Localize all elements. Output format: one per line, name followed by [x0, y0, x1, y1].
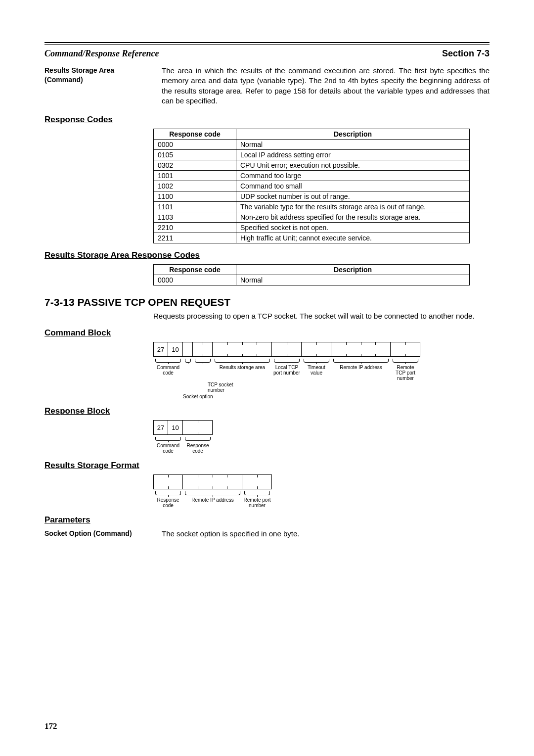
- page-header: Command/Response Reference Section 7-3: [44, 48, 490, 59]
- table-row: 1002Command too small: [154, 181, 470, 191]
- table-header-row: Response code Description: [154, 129, 470, 140]
- byte-cell: [213, 342, 272, 357]
- label-response-code: Response code: [183, 443, 213, 454]
- table-row: 0302CPU Unit error; execution not possib…: [154, 160, 470, 171]
- byte-cell: 27: [153, 342, 168, 357]
- label-socket-option: Socket option: [153, 394, 198, 399]
- desc-cell: High traffic at Unit; cannot execute ser…: [236, 233, 470, 243]
- top-rule-thin: [44, 44, 490, 45]
- desc-cell: UDP socket number is out of range.: [236, 191, 470, 202]
- response-block-heading: Response Block: [44, 406, 490, 416]
- code-cell: 2211: [154, 233, 236, 243]
- rsa-codes-table: Response code Description 0000Normal: [153, 264, 470, 285]
- socket-option-block: Socket Option (Command) The socket optio…: [44, 529, 490, 539]
- label-tcp-socket-number: TCP socket number: [183, 382, 247, 393]
- table-row: 2210Specified socket is not open.: [154, 223, 470, 233]
- byte-cell: [391, 342, 420, 357]
- code-cell: 2210: [154, 223, 236, 233]
- byte-cell: [183, 420, 213, 435]
- th-code: Response code: [154, 265, 236, 275]
- command-block-heading: Command Block: [44, 328, 490, 338]
- table-row: 1100UDP socket number is out of range.: [154, 191, 470, 202]
- byte-cell: [302, 342, 331, 357]
- table-row: 1103Non-zero bit address specified for t…: [154, 212, 470, 223]
- table-row: 0105Local IP address setting error: [154, 150, 470, 160]
- code-cell: 1103: [154, 212, 236, 223]
- table-row: 0000Normal: [154, 275, 470, 285]
- code-cell: 0000: [154, 140, 236, 150]
- desc-cell: Specified socket is not open.: [236, 223, 470, 233]
- results-storage-format-diagram: Response code Remote IP address Remote p…: [153, 474, 490, 508]
- label-remote-port: Remote port number: [242, 497, 272, 508]
- table-row: 2211High traffic at Unit; cannot execute…: [154, 233, 470, 243]
- response-codes-heading: Response Codes: [44, 115, 490, 125]
- code-cell: 1001: [154, 171, 236, 181]
- rsa-codes-heading: Results Storage Area Response Codes: [44, 250, 490, 260]
- desc-cell: The variable type for the results storag…: [236, 202, 470, 212]
- header-right: Section 7-3: [442, 48, 490, 59]
- label-local-tcp-port: Local TCP port number: [272, 365, 302, 381]
- label-response-code: Response code: [153, 497, 183, 508]
- table-row: 0000Normal: [154, 140, 470, 150]
- socket-option-text: The socket option is specified in one by…: [162, 529, 490, 539]
- desc-cell: Non-zero bit address specified for the r…: [236, 212, 470, 223]
- table-header-row: Response code Description: [154, 265, 470, 275]
- rsa-label: Results Storage Area (Command): [44, 66, 146, 106]
- desc-cell: CPU Unit error; execution not possible.: [236, 160, 470, 171]
- code-cell: 0000: [154, 275, 236, 285]
- header-left: Command/Response Reference: [44, 48, 159, 59]
- label-remote-tcp-port: Remote TCP port number: [391, 365, 420, 381]
- command-block-diagram: 27 10 Command code Results storage area: [153, 342, 490, 399]
- page-number: 172: [44, 721, 57, 731]
- page: Command/Response Reference Section 7-3 R…: [0, 0, 534, 756]
- rsa-text: The area in which the results of the com…: [162, 66, 490, 106]
- byte-cell: 10: [168, 342, 183, 357]
- label-remote-ip: Remote IP address: [331, 365, 391, 381]
- top-rule-thick: [44, 42, 490, 43]
- code-cell: 1101: [154, 202, 236, 212]
- table-row: 1101The variable type for the results st…: [154, 202, 470, 212]
- label-command-code: Command code: [153, 365, 183, 381]
- label-command-code: Command code: [153, 443, 183, 454]
- byte-cell: [331, 342, 391, 357]
- byte-cell: [183, 474, 242, 489]
- byte-cell: [193, 342, 213, 357]
- code-cell: 0302: [154, 160, 236, 171]
- response-block-diagram: 27 10 Command code Response code: [153, 420, 490, 454]
- socket-option-label: Socket Option (Command): [44, 529, 146, 539]
- byte-cell: 27: [153, 420, 168, 435]
- byte-cell: [272, 342, 302, 357]
- table-row: 1001Command too large: [154, 171, 470, 181]
- th-desc: Description: [236, 265, 470, 275]
- command-intro: Requests processing to open a TCP socket…: [153, 311, 490, 321]
- desc-cell: Normal: [236, 140, 470, 150]
- results-storage-format-heading: Results Storage Format: [44, 461, 490, 471]
- results-storage-area-block: Results Storage Area (Command) The area …: [44, 66, 490, 106]
- desc-cell: Command too small: [236, 181, 470, 191]
- desc-cell: Command too large: [236, 171, 470, 181]
- byte-cell: [242, 474, 272, 489]
- parameters-heading: Parameters: [44, 515, 490, 525]
- label-results-storage: Results storage area: [213, 365, 272, 381]
- code-cell: 1002: [154, 181, 236, 191]
- label-remote-ip: Remote IP address: [183, 497, 242, 508]
- command-title: 7-3-13 PASSIVE TCP OPEN REQUEST: [44, 296, 490, 308]
- byte-cell: [153, 474, 183, 489]
- response-codes-table: Response code Description 0000Normal 010…: [153, 129, 470, 243]
- th-code: Response code: [154, 129, 236, 140]
- desc-cell: Local IP address setting error: [236, 150, 470, 160]
- code-cell: 1100: [154, 191, 236, 202]
- label-timeout: Timeout value: [302, 365, 331, 381]
- byte-cell: [183, 342, 193, 357]
- desc-cell: Normal: [236, 275, 470, 285]
- code-cell: 0105: [154, 150, 236, 160]
- th-desc: Description: [236, 129, 470, 140]
- byte-cell: 10: [168, 420, 183, 435]
